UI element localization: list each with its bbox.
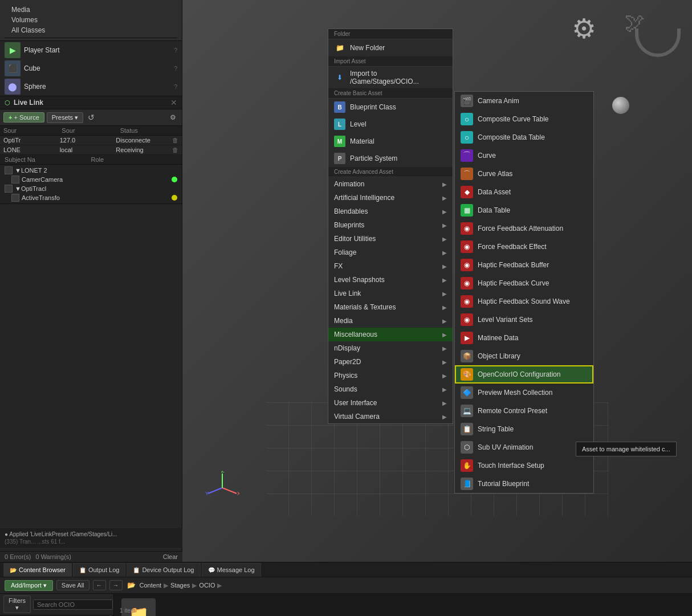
menu-item-string-table[interactable]: 📋 String Table — [455, 420, 593, 438]
subject-check[interactable] — [5, 185, 13, 193]
menu-item-particle[interactable]: P Particle System — [328, 150, 453, 167]
row-col1: LONE — [3, 146, 58, 153]
menu-item-materials-textures[interactable]: Materials & Textures ▶ — [328, 300, 453, 314]
tab-message-log[interactable]: 💬 Message Log — [202, 563, 261, 577]
import-icon: ⬇ — [334, 72, 345, 83]
menu-item-level-snapshots[interactable]: Level Snapshots ▶ — [328, 273, 453, 287]
livelink-panel: ⬡ Live Link ✕ + + Source Presets ▾ ↺ ⚙ S… — [0, 96, 182, 204]
menu-item-force-feedback-attenuation[interactable]: ◉ Force Feedback Attenuation — [455, 219, 593, 238]
menu-item-animation[interactable]: Animation ▶ — [328, 177, 453, 191]
breadcrumb-separator: ▶ — [164, 582, 168, 589]
menu-item-label: Composite Data Table — [478, 133, 588, 141]
menu-item-fx[interactable]: FX ▶ — [328, 259, 453, 273]
menu-item-import[interactable]: ⬇ Import to /Game/Stages/OCIO... — [328, 67, 453, 88]
menu-item-curve[interactable]: ⌒ Curve — [455, 146, 593, 165]
table-row[interactable]: LONE local Receiving 🗑 — [0, 145, 182, 155]
sidebar-item-volumes[interactable]: Volumes — [5, 15, 177, 25]
tab-content-browser[interactable]: 📂 Content Browser — [3, 563, 72, 577]
menu-item-physics[interactable]: Physics ▶ — [328, 369, 453, 382]
asset-thumb: ⬤ — [5, 79, 21, 95]
presets-button[interactable]: Presets ▾ — [47, 112, 83, 123]
menu-item-label: Matinee Data — [478, 334, 588, 342]
menu-item-composite-curve-table[interactable]: ○ Composite Curve Table — [455, 110, 593, 128]
sidebar-item-allclasses[interactable]: All Classes — [5, 25, 177, 35]
add-import-button[interactable]: Add/Import ▾ — [5, 580, 53, 591]
menu-item-virtual-camera[interactable]: Virtual Camera ▶ — [328, 410, 453, 423]
menu-item-remote-control[interactable]: 💻 Remote Control Preset — [455, 402, 593, 420]
menu-item-material[interactable]: M Material — [328, 133, 453, 150]
delete-icon[interactable]: 🗑 — [172, 137, 178, 144]
menu-item-blendables[interactable]: Blendables ▶ — [328, 205, 453, 218]
menu-item-tutorial-blueprint[interactable]: 📘 Tutorial Blueprint — [455, 475, 593, 493]
menu-item-blueprint[interactable]: B Blueprint Class — [328, 99, 453, 116]
menu-item-ndisplay[interactable]: nDisplay ▶ — [328, 341, 453, 355]
menu-item-composite-data-table[interactable]: ○ Composite Data Table — [455, 128, 593, 146]
search-input[interactable] — [33, 599, 113, 610]
subject-check[interactable] — [11, 176, 19, 183]
list-item[interactable]: ⬤ Sphere ? — [0, 77, 182, 96]
filters-button[interactable]: Filters ▾ — [3, 595, 31, 613]
menu-item-blueprints[interactable]: Blueprints ▶ — [328, 218, 453, 232]
table-row[interactable]: OptiTr 127.0 Disconnecte 🗑 — [0, 136, 182, 145]
subject-row[interactable]: CamerCamera — [0, 175, 182, 184]
menu-item-data-table[interactable]: ▦ Data Table — [455, 201, 593, 219]
level-variant-sets-icon: ◉ — [461, 313, 473, 326]
menu-item-sounds[interactable]: Sounds ▶ — [328, 382, 453, 396]
sidebar-item-media[interactable]: Media — [5, 5, 177, 15]
menu-item-haptic-feedback-curve[interactable]: ◉ Haptic Feedback Curve — [455, 274, 593, 292]
menu-item-curve-atlas[interactable]: ⌒ Curve Atlas — [455, 165, 593, 183]
menu-item-opencolorio[interactable]: 🎨 OpenColorIO Configuration — [455, 365, 593, 384]
subjects-header: Subject Na Role — [0, 155, 182, 165]
subject-row[interactable]: ActiveTransfo — [0, 193, 182, 202]
menu-item-preview-mesh-collection[interactable]: 🔷 Preview Mesh Collection — [455, 384, 593, 402]
menu-item-miscellaneous[interactable]: Miscellaneous ▶ — [328, 328, 453, 341]
menu-item-sub-uv-animation[interactable]: ⬡ Sub UV Animation — [455, 438, 593, 456]
tab-output-log[interactable]: 📋 Output Log — [73, 563, 125, 577]
refresh-button[interactable]: ↺ — [86, 112, 97, 123]
save-all-button[interactable]: Save All — [56, 580, 89, 590]
haptic-feedback-buffer-icon: ◉ — [461, 259, 473, 271]
menu-item-live-link[interactable]: Live Link ▶ — [328, 287, 453, 300]
menu-item-level-variant-sets[interactable]: ◉ Level Variant Sets — [455, 311, 593, 329]
source-button[interactable]: + + Source — [3, 112, 44, 123]
menu-item-haptic-feedback-sound-wave[interactable]: ◉ Haptic Feedback Sound Wave — [455, 292, 593, 311]
subject-check[interactable] — [5, 166, 13, 174]
settings-button[interactable]: ⚙ — [168, 112, 178, 123]
menu-item-paper2d[interactable]: Paper2D ▶ — [328, 355, 453, 369]
help-icon[interactable]: ? — [174, 47, 177, 54]
subject-row[interactable]: ▼LONET 2 — [0, 166, 182, 175]
menu-item-ai[interactable]: Artificial Intelligence ▶ — [328, 191, 453, 205]
chevron-down-icon: ▾ — [43, 582, 47, 589]
menu-item-new-folder[interactable]: 📁 New Folder — [328, 39, 453, 56]
clear-button[interactable]: Clear — [163, 553, 178, 560]
close-icon[interactable]: ✕ — [170, 98, 177, 107]
list-item[interactable]: ▶ Player Start ? — [0, 41, 182, 59]
curve-atlas-icon: ⌒ — [461, 168, 473, 180]
breadcrumb-item-content[interactable]: Content — [140, 582, 162, 589]
menu-item-force-feedback-effect[interactable]: ◉ Force Feedback Effect — [455, 238, 593, 256]
material-icon: M — [334, 136, 345, 147]
subject-row[interactable]: ▼OptiTracl — [0, 184, 182, 193]
menu-item-camera-anim[interactable]: 🎬 Camera Anim — [455, 92, 593, 110]
menu-item-editor-utils[interactable]: Editor Utilities ▶ — [328, 232, 453, 246]
menu-item-touch-interface[interactable]: ✋ Touch Interface Setup — [455, 456, 593, 475]
help-icon[interactable]: ? — [174, 84, 177, 90]
list-item[interactable]: ⬛ Cube ? — [0, 59, 182, 77]
tab-device-output-log[interactable]: 📋 Device Output Log — [127, 563, 200, 577]
delete-icon[interactable]: 🗑 — [172, 146, 178, 153]
breadcrumb-item-ocio[interactable]: OCIO — [199, 582, 215, 589]
breadcrumb-item-stages[interactable]: Stages — [170, 582, 190, 589]
menu-item-haptic-feedback-buffer[interactable]: ◉ Haptic Feedback Buffer — [455, 256, 593, 274]
menu-item-foliage[interactable]: Foliage ▶ — [328, 246, 453, 259]
nav-forward-button[interactable]: → — [109, 580, 123, 590]
menu-item-user-interface[interactable]: User Interface ▶ — [328, 396, 453, 410]
nav-back-button[interactable]: ← — [93, 580, 106, 590]
menu-item-matinee-data[interactable]: ▶ Matinee Data — [455, 329, 593, 347]
help-icon[interactable]: ? — [174, 66, 177, 72]
menu-item-data-asset[interactable]: ◆ Data Asset — [455, 183, 593, 201]
subject-check[interactable] — [11, 194, 19, 202]
menu-item-object-library[interactable]: 📦 Object Library — [455, 347, 593, 365]
menu-item-media[interactable]: Media ▶ — [328, 314, 453, 328]
subject-name: ▼LONET 2 — [15, 167, 177, 174]
menu-item-level[interactable]: L Level — [328, 116, 453, 133]
